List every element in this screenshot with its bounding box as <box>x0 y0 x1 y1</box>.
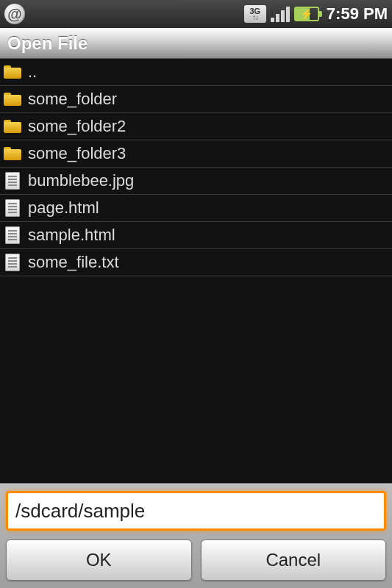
status-bar: @ 3G ↑↓ ⚡ 7:59 PM <box>0 0 392 28</box>
folder-icon <box>4 147 21 160</box>
status-right: 3G ↑↓ ⚡ 7:59 PM <box>244 4 388 24</box>
file-row[interactable]: some_folder <box>0 86 392 113</box>
file-row[interactable]: .. <box>0 59 392 86</box>
file-name-label: .. <box>25 62 37 82</box>
file-icon <box>5 172 20 190</box>
clock: 7:59 PM <box>327 4 388 24</box>
status-left: @ <box>4 4 25 24</box>
file-name-label: some_folder3 <box>25 144 126 163</box>
folder-icon <box>4 120 21 133</box>
file-row[interactable]: bumblebee.jpg <box>0 168 392 195</box>
ok-button[interactable]: OK <box>6 539 192 581</box>
file-name-label: some_file.txt <box>25 253 119 272</box>
file-icon <box>5 199 20 217</box>
file-row[interactable]: some_folder2 <box>0 113 392 140</box>
button-row: OK Cancel <box>6 539 386 581</box>
app-at-icon: @ <box>4 4 25 24</box>
network-3g-icon: 3G ↑↓ <box>244 5 266 23</box>
file-row[interactable]: some_folder3 <box>0 140 392 168</box>
screen: @ 3G ↑↓ ⚡ 7:59 PM Open File ..some_folde… <box>0 0 392 588</box>
battery-icon: ⚡ <box>294 7 319 21</box>
file-row[interactable]: page.html <box>0 195 392 222</box>
file-row[interactable]: some_file.txt <box>0 249 392 276</box>
dialog-title: Open File <box>0 28 392 59</box>
cancel-button[interactable]: Cancel <box>201 539 387 581</box>
folder-icon <box>4 93 21 106</box>
signal-icon <box>271 6 290 22</box>
file-name-label: page.html <box>25 198 99 218</box>
file-icon <box>5 226 20 244</box>
file-name-label: bumblebee.jpg <box>25 171 134 190</box>
file-list[interactable]: ..some_foldersome_folder2some_folder3bum… <box>0 59 392 483</box>
file-icon <box>5 254 20 271</box>
path-input[interactable] <box>6 491 386 531</box>
charging-bolt-icon: ⚡ <box>300 8 313 20</box>
bottom-panel: OK Cancel <box>0 483 392 588</box>
file-name-label: some_folder2 <box>25 117 126 136</box>
file-name-label: some_folder <box>25 90 117 109</box>
file-name-label: sample.html <box>25 226 115 245</box>
data-arrows-icon: ↑↓ <box>252 14 258 21</box>
folder-icon <box>4 65 21 79</box>
file-row[interactable]: sample.html <box>0 222 392 249</box>
